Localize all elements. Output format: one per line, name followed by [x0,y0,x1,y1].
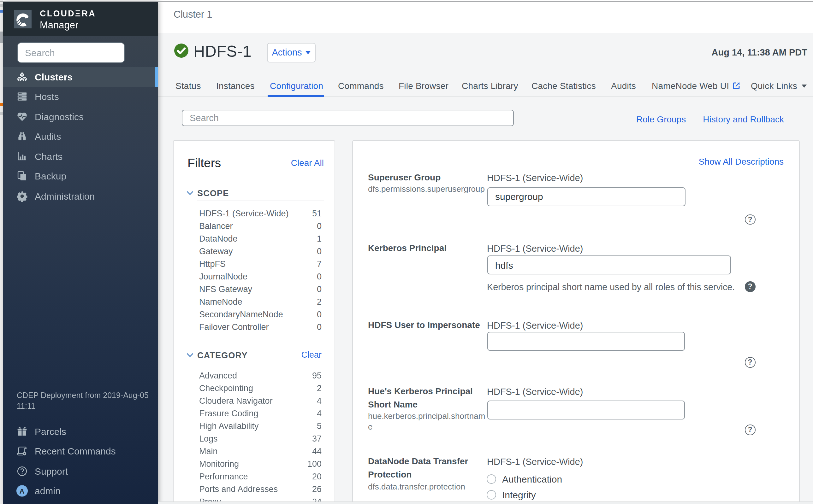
help-icon[interactable]: ? [745,281,755,292]
health-check-icon [173,43,189,58]
filter-count: 0 [317,221,321,231]
active-tab-underline [268,95,323,97]
kerberos-principal-input[interactable] [487,255,731,274]
sidebar-item-hosts[interactable]: Hosts [3,87,158,107]
config-label: Hue's Kerberos Principal Short Name [368,385,477,411]
sidebar-header: CLOUDΞRA Manager [3,1,158,36]
config-label: Kerberos Principal [368,241,477,254]
sidebar-item-label: Diagnostics [35,111,84,122]
tab-label: NameNode Web UI [652,80,729,91]
deployment-note-line1: CDEP Deployment from 2019-Aug-05 [17,390,154,401]
tabs-divider [158,96,813,97]
config-property: dfs.permissions.superusergroup [368,183,487,194]
filter-group-scope-title: SCOPE [197,189,229,198]
hosts-icon [16,91,28,103]
tab-charts-library[interactable]: Charts Library [462,80,518,91]
sidebar-item-parcels[interactable]: Parcels [3,421,158,441]
filter-count: 100 [307,459,321,468]
filter-count: 51 [312,209,321,218]
clear-all-link[interactable]: Clear All [291,158,324,168]
radio-authentication[interactable] [486,474,496,484]
tab-file-browser[interactable]: File Browser [398,80,449,91]
backup-icon [16,171,28,182]
actions-button-label: Actions [272,48,302,58]
sidebar-item-admin-user[interactable]: A admin [3,481,158,501]
config-label: Superuser Group [368,171,477,184]
sidebar-item-diagnostics[interactable]: Diagnostics [3,107,158,126]
tab-label: Quick Links [751,80,797,91]
filter-count: 20 [312,472,321,481]
config-scope-label: HDFS-1 (Service-Wide) [487,173,583,183]
window-top-border [0,1,813,2]
filters-panel: Filters Clear All SCOPE HDFS-1 (Service-… [173,140,335,504]
role-groups-link[interactable]: Role Groups [636,114,686,124]
tab-label: File Browser [398,80,449,91]
sidebar-item-label: Charts [35,151,62,162]
administration-icon [16,190,28,202]
history-rollback-link[interactable]: History and Rollback [703,114,784,124]
config-scope-label: HDFS-1 (Service-Wide) [487,243,583,253]
filter-count: 0 [317,247,321,256]
tab-namenode-web-ui[interactable]: NameNode Web UI [652,80,741,91]
horizontal-scrollbar-track[interactable] [158,501,813,504]
filter-count: 2 [317,383,321,393]
hue-kerberos-shortname-input[interactable] [487,400,685,419]
config-search-input[interactable] [181,109,514,126]
sidebar-item-audits[interactable]: Audits [3,126,158,146]
category-clear-link[interactable]: Clear [301,350,321,360]
sidebar-item-recent-commands[interactable]: Recent Commands [3,441,158,461]
config-scope-label: HDFS-1 (Service-Wide) [487,457,583,467]
sidebar-search-input[interactable] [17,42,125,63]
filter-count: 44 [312,446,321,456]
tab-audits[interactable]: Audits [611,80,636,91]
filter-count: 0 [317,284,321,294]
sidebar-item-charts[interactable]: Charts [3,146,158,166]
show-all-descriptions-link[interactable]: Show All Descriptions [699,156,784,167]
filter-count: 5 [317,421,321,431]
tab-quick-links[interactable]: Quick Links [751,80,807,91]
sidebar-item-backup[interactable]: Backup [3,166,158,186]
config-property: hue.kerberos.principal.shortname [368,411,487,432]
help-icon[interactable]: ? [745,425,755,435]
active-nav-indicator [155,67,158,87]
breadcrumb-cluster[interactable]: Cluster 1 [174,9,212,20]
brand-name: CLOUDΞRA [40,9,96,18]
hdfs-user-impersonate-input[interactable] [487,331,685,350]
support-icon [16,465,28,477]
divider [197,201,323,201]
tab-label: Status [175,80,201,91]
config-label: DataNode Data Transfer Protection [368,455,477,481]
tab-configuration[interactable]: Configuration [270,80,323,91]
service-title: HDFS-1 [193,42,251,60]
divider [197,362,323,363]
help-icon[interactable]: ? [745,214,755,225]
sidebar-item-label: Hosts [35,91,59,102]
caret-down-icon [306,51,311,54]
tab-status[interactable]: Status [175,80,201,91]
sidebar-item-administration[interactable]: Administration [3,186,158,206]
radio-label[interactable]: Authentication [502,474,562,484]
superuser-group-input[interactable] [487,187,685,206]
deployment-note: CDEP Deployment from 2019-Aug-05 11:11 [17,390,154,412]
radio-integrity[interactable] [486,490,496,500]
tab-cache-statistics[interactable]: Cache Statistics [532,80,596,91]
tab-commands[interactable]: Commands [338,80,384,91]
help-icon[interactable]: ? [745,357,755,367]
chevron-down-icon[interactable] [185,350,194,359]
tab-instances[interactable]: Instances [216,80,255,91]
sidebar-item-label: Support [35,466,68,476]
sidebar-item-support[interactable]: Support [3,461,158,481]
parcels-icon [16,425,28,437]
sidebar-item-clusters[interactable]: Clusters [3,67,158,87]
actions-button[interactable]: Actions [267,43,315,62]
charts-icon [16,151,28,162]
chevron-down-icon[interactable] [185,189,194,197]
sidebar-item-label: Parcels [35,426,66,437]
recent-commands-icon [16,445,28,457]
radio-label[interactable]: Integrity [502,489,536,500]
sidebar-item-label: Recent Commands [35,446,116,456]
config-description: Kerberos principal short name used by al… [487,282,735,292]
cloudera-logo-icon[interactable] [14,10,32,28]
filter-count: 0 [317,322,321,332]
sidebar: CLOUDΞRA Manager Clusters Hosts Diagnost… [3,1,158,504]
